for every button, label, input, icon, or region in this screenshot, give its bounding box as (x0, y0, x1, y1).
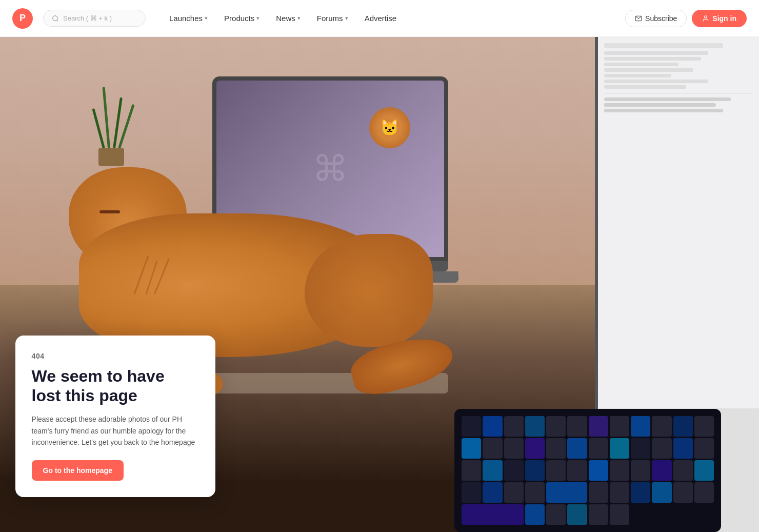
nav-item-forums[interactable]: Forums ▾ (310, 10, 355, 27)
navbar: P Search ( ⌘ + k ) Launches ▾ Products ▾… (0, 0, 759, 37)
envelope-icon (635, 15, 642, 22)
nav-item-advertise[interactable]: Advertise (357, 10, 404, 27)
svg-point-0 (53, 15, 57, 20)
signin-button[interactable]: Sign in (692, 10, 747, 27)
user-icon (702, 15, 709, 22)
plant-decoration (98, 87, 124, 166)
svg-point-3 (705, 15, 707, 18)
hero-section: ⌘ 🐱 (0, 37, 759, 532)
search-placeholder: Search ( ⌘ + k ) (63, 14, 112, 22)
chevron-down-icon: ▾ (256, 15, 259, 22)
error-title: We seem to have lost this page (32, 366, 199, 406)
keyboard-decoration (454, 409, 721, 532)
nav-item-launches[interactable]: Launches ▾ (162, 10, 215, 27)
logo[interactable]: P (12, 8, 33, 29)
chevron-down-icon: ▾ (297, 15, 301, 22)
homepage-button[interactable]: Go to the homepage (32, 460, 124, 481)
nav-right: Subscribe Sign in (625, 10, 747, 27)
error-code: 404 (32, 352, 199, 360)
nav-links: Launches ▾ Products ▾ News ▾ Forums ▾ Ad… (162, 10, 619, 27)
search-bar[interactable]: Search ( ⌘ + k ) (43, 10, 146, 27)
svg-line-1 (57, 19, 58, 21)
search-icon (52, 15, 59, 22)
error-description: Please accept these adorable photos of o… (32, 413, 199, 448)
chevron-down-icon: ▾ (205, 15, 208, 22)
subscribe-button[interactable]: Subscribe (625, 10, 687, 27)
nav-item-news[interactable]: News ▾ (269, 10, 308, 27)
nav-item-products[interactable]: Products ▾ (217, 10, 267, 27)
error-card: 404 We seem to have lost this page Pleas… (15, 336, 215, 498)
chevron-down-icon: ▾ (345, 15, 348, 22)
